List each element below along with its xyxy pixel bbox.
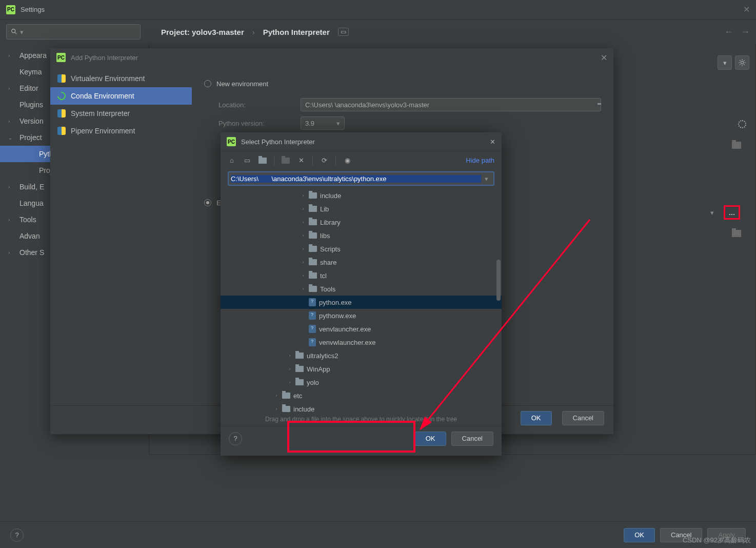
project-root-icon[interactable] (258, 156, 267, 165)
show-hidden-icon[interactable]: ◉ (343, 156, 351, 165)
search-icon (11, 28, 18, 35)
folder-item[interactable]: ›Tools (221, 282, 502, 296)
help-button[interactable]: ? (229, 432, 242, 445)
ok-button[interactable]: OK (521, 411, 552, 425)
new-env-label: New environment (216, 80, 268, 88)
close-icon[interactable]: ✕ (743, 5, 750, 14)
file-item[interactable]: pythonw.exe (221, 309, 502, 322)
env-type-list[interactable]: Virtualenv EnvironmentConda EnvironmentS… (50, 67, 192, 405)
folder-item[interactable]: ›Library (221, 216, 502, 229)
scrollbar[interactable] (496, 260, 501, 301)
env-type-item[interactable]: Pipenv Environment (50, 122, 192, 140)
folder-item[interactable]: ›WinApp (221, 362, 502, 376)
ok-button[interactable]: OK (415, 432, 446, 446)
path-input[interactable]: ▾ (228, 171, 494, 186)
loading-spinner-icon (738, 120, 746, 128)
folder-icon[interactable] (732, 230, 741, 237)
dialog-title: Add Python Interpreter (71, 54, 138, 62)
svg-line-1 (15, 32, 17, 34)
home-icon[interactable]: ⌂ (228, 156, 236, 165)
path-text[interactable] (231, 175, 481, 183)
new-folder-icon[interactable] (282, 156, 290, 165)
location-field[interactable]: C:\Users\ \anaconda3\envs\yolov3-master (301, 98, 601, 111)
folder-item[interactable]: ›include (221, 402, 502, 415)
folder-item[interactable]: ›ultralytics2 (221, 349, 502, 362)
scope-tag-icon: ▭ (338, 28, 349, 36)
drag-hint: Drag and drop a file into the space abov… (221, 415, 502, 426)
cancel-button[interactable]: Cancel (562, 411, 604, 425)
new-env-radio[interactable] (204, 80, 211, 87)
svg-point-2 (741, 61, 743, 64)
folder-item[interactable]: ›yolo (221, 376, 502, 389)
folder-item[interactable]: ›include (221, 189, 502, 202)
nav-back-icon[interactable]: ← (724, 27, 733, 37)
breadcrumb: Project: yolov3-master › Python Interpre… (161, 28, 349, 36)
env-type-item[interactable]: Virtualenv Environment (50, 70, 192, 87)
ok-button[interactable]: OK (624, 528, 655, 542)
pycharm-icon: PC (6, 5, 15, 14)
pyver-label: Python version: (218, 120, 301, 127)
folder-item[interactable]: ›Scripts (221, 242, 502, 256)
search-input[interactable]: ▾ (6, 24, 141, 40)
folder-item[interactable]: ›tcl (221, 269, 502, 282)
pycharm-icon: PC (227, 137, 236, 146)
delete-icon[interactable]: ✕ (297, 156, 305, 165)
gear-icon[interactable] (735, 55, 749, 70)
pycharm-icon: PC (56, 53, 66, 62)
path-history-dropdown-icon[interactable]: ▾ (481, 175, 491, 183)
pyver-dropdown[interactable]: 3.9 ▾ (301, 116, 345, 130)
svg-point-0 (12, 29, 15, 33)
folder-item[interactable]: ›share (221, 256, 502, 269)
select-interpreter-dialog: PC Select Python Interpreter ✕ ⌂ ▭ ✕ ⟳ ◉… (221, 132, 502, 456)
close-icon[interactable]: ✕ (601, 53, 607, 63)
desktop-icon[interactable]: ▭ (243, 156, 251, 165)
dropdown-caret-icon[interactable]: ▾ (705, 205, 719, 220)
file-item[interactable]: venvlauncher.exe (221, 322, 502, 336)
folder-item[interactable]: ›etc (221, 389, 502, 402)
env-type-item[interactable]: Conda Environment (50, 87, 192, 105)
window-title: Settings (21, 6, 45, 13)
folder-icon[interactable] (732, 142, 741, 149)
file-tree[interactable]: ›include›Lib›Library›libs›Scripts›share›… (221, 188, 502, 415)
interpreter-dropdown-caret-icon[interactable]: ▾ (718, 55, 732, 70)
help-button[interactable]: ? (10, 529, 24, 542)
file-item[interactable]: python.exe (221, 296, 502, 309)
settings-topbar: ▾ Project: yolov3-master › Python Interp… (0, 19, 756, 44)
refresh-icon[interactable]: ⟳ (320, 156, 328, 165)
existing-env-radio[interactable] (204, 199, 211, 206)
nav-forward-icon[interactable]: → (741, 27, 750, 37)
folder-item[interactable]: ›Lib (221, 202, 502, 216)
dialog-title: Select Python Interpreter (241, 138, 315, 146)
file-item[interactable]: venvwlauncher.exe (221, 336, 502, 349)
settings-titlebar: PC Settings ✕ (0, 0, 756, 19)
cancel-button[interactable]: Cancel (451, 432, 493, 446)
browse-button[interactable]: … (724, 205, 740, 220)
location-label: Location: (218, 101, 301, 109)
settings-footer: ? OK Cancel Apply (0, 521, 756, 548)
hide-path-link[interactable]: Hide path (466, 156, 494, 164)
file-toolbar: ⌂ ▭ ✕ ⟳ ◉ Hide path (221, 151, 502, 169)
close-icon[interactable]: ✕ (490, 138, 495, 146)
env-type-item[interactable]: System Interpreter (50, 105, 192, 122)
watermark: CSDN @92岁高龄码农 (683, 536, 751, 545)
folder-item[interactable]: ›libs (221, 229, 502, 242)
